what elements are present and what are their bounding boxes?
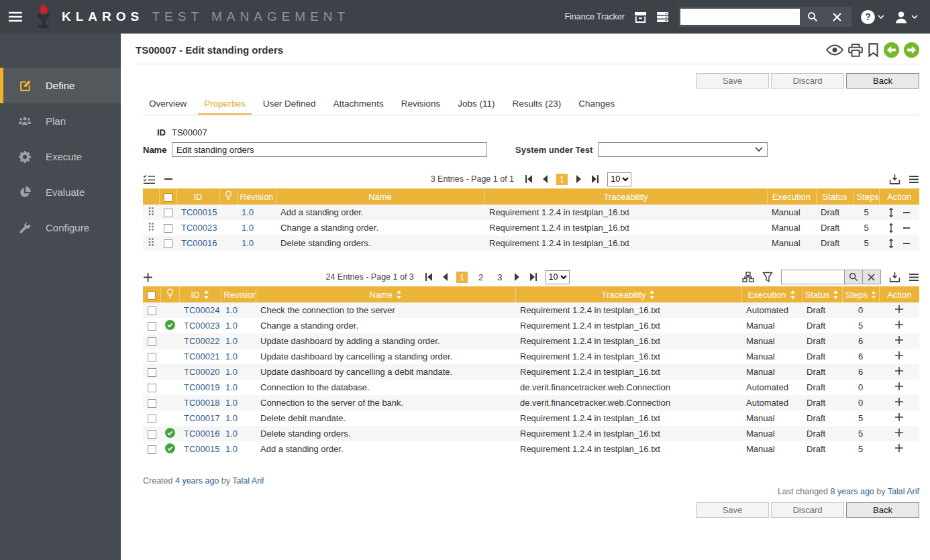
add-step-icon[interactable] xyxy=(894,412,904,422)
add-step-icon[interactable] xyxy=(894,304,904,314)
add-step-icon[interactable] xyxy=(894,320,904,329)
add-step-icon[interactable] xyxy=(894,428,904,437)
select-all-header[interactable] xyxy=(143,286,160,302)
revision-link[interactable]: 1.0 xyxy=(225,444,238,454)
page-number-2[interactable]: 2 xyxy=(475,272,486,283)
search-icon[interactable] xyxy=(800,9,825,25)
tab-user-defined[interactable]: User Defined xyxy=(257,95,322,115)
column-traceability-sortable[interactable]: Traceability xyxy=(515,286,741,302)
revision-link[interactable]: 1.0 xyxy=(225,336,238,346)
column-name-sortable[interactable]: Name xyxy=(256,286,515,302)
revision-link[interactable]: 1.0 xyxy=(225,305,238,315)
print-icon[interactable] xyxy=(848,44,863,57)
testcase-link[interactable]: TC00016 xyxy=(184,429,219,439)
revision-link[interactable]: 1.0 xyxy=(242,223,254,233)
row-checkbox[interactable] xyxy=(164,224,172,233)
tab-attachments[interactable]: Attachments xyxy=(327,95,390,115)
row-checkbox[interactable] xyxy=(148,353,156,361)
tab-jobs[interactable]: Jobs (11) xyxy=(452,95,501,115)
revision-link[interactable]: 1.0 xyxy=(225,321,238,331)
discard-button[interactable]: Discard xyxy=(771,502,844,518)
add-step-icon[interactable] xyxy=(894,443,904,453)
remove-icon[interactable] xyxy=(902,242,911,245)
row-checkbox[interactable] xyxy=(164,239,172,248)
prev-page-icon[interactable] xyxy=(541,174,549,184)
drag-handle-icon[interactable] xyxy=(148,237,154,247)
save-button[interactable]: Save xyxy=(696,502,769,518)
column-status-sortable[interactable]: Status xyxy=(802,286,842,302)
hierarchy-icon[interactable] xyxy=(742,272,754,282)
remove-icon[interactable] xyxy=(902,227,911,229)
revision-link[interactable]: 1.0 xyxy=(225,429,238,439)
row-checkbox[interactable] xyxy=(148,322,156,331)
add-step-icon[interactable] xyxy=(894,366,904,376)
collapse-icon[interactable] xyxy=(164,178,173,180)
created-ago-link[interactable]: 4 years ago xyxy=(175,476,219,486)
drag-handle-icon[interactable] xyxy=(148,222,154,231)
changed-user-link[interactable]: Talal Arif xyxy=(888,487,919,496)
testcase-link[interactable]: TC00020 xyxy=(184,367,219,377)
back-button[interactable]: Back xyxy=(846,73,919,89)
select-steps-icon[interactable] xyxy=(143,174,156,184)
page-number-current[interactable]: 1 xyxy=(556,174,568,185)
page-number-3[interactable]: 3 xyxy=(494,272,505,283)
first-page-icon[interactable] xyxy=(524,174,533,184)
page-number-1[interactable]: 1 xyxy=(456,272,468,283)
row-checkbox[interactable] xyxy=(148,337,156,346)
discard-button[interactable]: Discard xyxy=(771,73,844,89)
select-all-checkbox[interactable] xyxy=(164,193,172,202)
search-icon[interactable] xyxy=(845,270,863,284)
clear-search-icon[interactable] xyxy=(825,9,849,25)
column-execution-sortable[interactable]: Execution xyxy=(741,286,802,302)
server-icon[interactable] xyxy=(656,11,669,23)
table-search-input[interactable] xyxy=(781,270,845,284)
select-all-checkbox[interactable] xyxy=(147,291,156,300)
column-id-sortable[interactable]: ID xyxy=(179,286,221,302)
revision-link[interactable]: 1.0 xyxy=(242,207,254,217)
move-icon[interactable] xyxy=(888,238,894,249)
sidebar-item-execute[interactable]: Execute xyxy=(0,139,121,174)
last-page-icon[interactable] xyxy=(529,272,538,282)
view-icon[interactable] xyxy=(826,44,843,56)
testcase-link[interactable]: TC00022 xyxy=(184,336,219,346)
drag-handle-icon[interactable] xyxy=(148,207,154,216)
next-page-icon[interactable] xyxy=(575,174,583,184)
testcase-link[interactable]: TC00023 xyxy=(181,223,217,233)
revision-link[interactable]: 1.0 xyxy=(225,367,238,377)
add-step-icon[interactable] xyxy=(894,397,904,406)
sut-dropdown[interactable] xyxy=(598,142,768,157)
previous-item-button[interactable] xyxy=(884,42,899,58)
last-page-icon[interactable] xyxy=(590,174,600,184)
add-step-icon[interactable] xyxy=(894,382,904,391)
next-item-button[interactable] xyxy=(904,42,919,58)
revision-link[interactable]: 1.0 xyxy=(225,382,238,392)
bookmark-icon[interactable] xyxy=(868,43,879,57)
move-icon[interactable] xyxy=(888,207,894,218)
row-checkbox[interactable] xyxy=(148,306,156,315)
page-size-select[interactable]: 10 xyxy=(546,270,570,284)
back-button[interactable]: Back xyxy=(846,502,919,518)
testcase-link[interactable]: TC00019 xyxy=(184,382,219,392)
page-size-select[interactable]: 10 xyxy=(607,172,631,186)
testcase-link[interactable]: TC00015 xyxy=(184,444,219,454)
move-icon[interactable] xyxy=(888,223,894,233)
tab-changes[interactable]: Changes xyxy=(572,95,621,115)
testcase-link[interactable]: TC00021 xyxy=(184,351,219,361)
tab-properties[interactable]: Properties xyxy=(198,95,252,115)
tab-results[interactable]: Results (23) xyxy=(506,95,567,115)
add-step-icon[interactable] xyxy=(894,335,904,345)
help-menu-button[interactable]: ? xyxy=(861,10,884,24)
table-menu-icon[interactable] xyxy=(909,175,919,184)
name-input[interactable] xyxy=(172,142,487,157)
next-page-icon[interactable] xyxy=(513,272,521,282)
menu-toggle-icon[interactable] xyxy=(0,0,31,34)
table-menu-icon[interactable] xyxy=(909,273,919,282)
global-search-input[interactable] xyxy=(680,9,800,25)
first-page-icon[interactable] xyxy=(424,272,433,282)
sidebar-item-configure[interactable]: Configure xyxy=(0,210,121,245)
prev-page-icon[interactable] xyxy=(441,272,449,282)
testcase-link[interactable]: TC00017 xyxy=(184,413,219,423)
column-steps-sortable[interactable]: Steps xyxy=(842,286,879,302)
testcase-link[interactable]: TC00023 xyxy=(184,321,219,331)
row-checkbox[interactable] xyxy=(148,445,156,454)
